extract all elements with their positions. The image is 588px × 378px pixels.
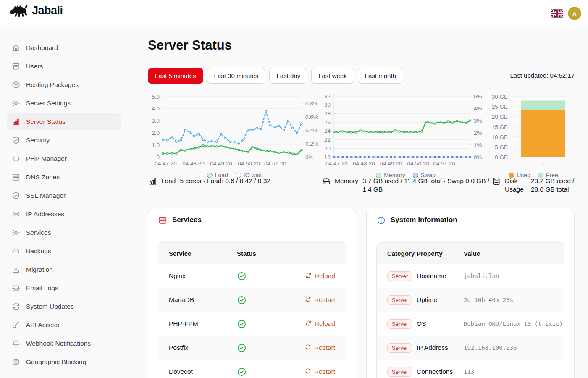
refresh-icon	[12, 302, 20, 311]
svg-text:04:48:20: 04:48:20	[182, 160, 205, 167]
sidebar-item-backups[interactable]: Backups	[7, 243, 121, 260]
svg-text:2.0: 2.0	[152, 130, 160, 136]
load-chart-plot: 5.04.03.02.01.000.8%0.6%0.4%0.2%0%04:47:…	[148, 90, 321, 170]
value-cell: jabali.lan	[464, 273, 564, 279]
system-info-card-header: System Information	[367, 208, 574, 232]
system-row-uptime: ServerUptime2d 10h 40m 28s	[377, 288, 564, 312]
brand-name: Jabali	[32, 4, 63, 17]
svg-text:5.0: 5.0	[152, 94, 160, 100]
sidebar-item-migration[interactable]: Migration	[7, 261, 121, 278]
service-reload-button[interactable]: Reload	[305, 272, 346, 280]
service-action-label: Restart	[314, 368, 335, 375]
stat-memory: Memory3.7 GB used / 11.4 GB total · Swap…	[322, 177, 492, 194]
uk-flag-icon[interactable]	[551, 9, 563, 18]
sidebar-item-system-updates[interactable]: System Updates	[7, 298, 121, 315]
system-info-card: System Information CategoryPropertyValue…	[366, 208, 575, 378]
time-range-last-30-minutes[interactable]: Last 30 minutes	[207, 68, 266, 84]
time-range-last-5-minutes[interactable]: Last 5 minutes	[148, 68, 203, 84]
globe-icon	[12, 358, 20, 366]
hard-drive-icon	[322, 177, 331, 186]
category-badge: Server	[387, 271, 412, 281]
svg-text:04:51:20: 04:51:20	[433, 160, 455, 167]
brand-logo[interactable]: Jabali	[9, 4, 63, 18]
sidebar-item-label: API Access	[26, 321, 59, 329]
code-icon	[12, 155, 20, 163]
shield-check-icon	[12, 136, 20, 144]
server-stack-icon	[158, 216, 167, 225]
system-info-table: CategoryPropertyValue ServerHostnamejaba…	[376, 242, 564, 378]
category-cell: Server	[377, 271, 417, 281]
svg-text:04:49:20: 04:49:20	[380, 160, 402, 167]
sidebar-item-label: Geographic Blocking	[26, 358, 86, 366]
sidebar-item-label: Dashboard	[26, 44, 58, 52]
services-card: Services ServiceStatus NginxReloadMariaD…	[148, 208, 356, 378]
sidebar-item-server-status[interactable]: Server Status	[7, 113, 121, 130]
database-icon	[492, 177, 501, 186]
services-card-header: Services	[148, 208, 356, 232]
svg-text:20 GB: 20 GB	[492, 114, 508, 120]
column-status: Status	[237, 250, 287, 257]
system-row-ip-address: ServerIP Address192.168.100.236	[377, 336, 564, 360]
svg-text:0: 0	[156, 154, 160, 160]
time-range-last-month[interactable]: Last month	[358, 68, 403, 84]
sidebar-item-label: Migration	[26, 266, 53, 273]
sidebar-item-webhook-notifications[interactable]: Webhook Notifications	[7, 335, 121, 352]
svg-text:04:51:20: 04:51:20	[264, 160, 286, 167]
user-avatar[interactable]: A	[568, 7, 581, 20]
sidebar-item-hosting-packages[interactable]: Hosting Packages	[7, 76, 121, 93]
svg-text:2%: 2%	[474, 130, 482, 136]
disk-bar-used	[521, 110, 565, 157]
sidebar-item-php-manager[interactable]: PHP Manager	[7, 150, 121, 167]
bell-icon	[12, 339, 20, 348]
charts-row: 5.04.03.02.01.000.8%0.6%0.4%0.2%0%04:47:…	[148, 90, 575, 177]
service-restart-button[interactable]: Restart	[305, 344, 346, 352]
service-row-nginx: NginxReload	[158, 264, 346, 288]
key-icon	[12, 321, 20, 329]
value-cell: 192.168.100.236	[464, 344, 564, 351]
svg-text:25 GB: 25 GB	[492, 104, 508, 110]
sidebar-item-server-settings[interactable]: Server Settings	[7, 95, 121, 112]
service-name: Nginx	[158, 272, 237, 280]
sidebar-item-ip-addresses[interactable]: IP Addresses	[7, 206, 121, 223]
service-restart-button[interactable]: Restart	[305, 368, 346, 376]
service-name: MariaDB	[158, 296, 237, 304]
property-cell: OS	[417, 320, 464, 328]
sidebar-item-services[interactable]: Services	[7, 224, 121, 241]
svg-text:18: 18	[324, 154, 331, 160]
time-range-last-day[interactable]: Last day	[269, 68, 307, 84]
load-chart: 5.04.03.02.01.000.8%0.6%0.4%0.2%0%04:47:…	[148, 90, 321, 178]
service-status-ok-icon	[237, 343, 262, 353]
sidebar-item-label: Server Status	[26, 118, 66, 126]
sidebar-item-geographic-blocking[interactable]: Geographic Blocking	[7, 354, 121, 370]
service-reload-button[interactable]: Reload	[305, 320, 346, 328]
sidebar-item-email-logs[interactable]: Email Logs	[7, 280, 121, 297]
service-row-postfix: PostfixRestart	[158, 336, 346, 360]
sidebar-item-ssl-manager[interactable]: SSL Manager	[7, 187, 121, 204]
shield-check-icon	[12, 192, 20, 200]
value-cell: 113	[464, 368, 564, 375]
property-cell: Uptime	[417, 296, 464, 304]
column-category: Category	[377, 250, 417, 257]
boar-logo-icon	[9, 4, 29, 18]
service-status-ok-icon	[237, 295, 262, 305]
category-badge: Server	[387, 343, 412, 353]
value-cell: Debian GNU/Linux 13 (trixie)	[464, 320, 564, 327]
time-range-last-week[interactable]: Last week	[311, 68, 354, 84]
gear-icon	[12, 99, 20, 108]
svg-text:3%: 3%	[474, 118, 482, 124]
svg-text:0%: 0%	[474, 154, 482, 160]
stat-value: 23.2 GB used / 28.0 GB total	[531, 177, 575, 194]
svg-text:5 GB: 5 GB	[495, 144, 508, 150]
sidebar-item-api-access[interactable]: API Access	[7, 317, 121, 333]
refresh-icon	[305, 320, 312, 328]
service-restart-button[interactable]: Restart	[305, 296, 346, 304]
sidebar-item-dns-zones[interactable]: DNS Zones	[7, 169, 121, 186]
main-content: Server Status Last 5 minutesLast 30 minu…	[148, 27, 575, 378]
property-cell: Connections	[417, 368, 464, 375]
sidebar-item-dashboard[interactable]: Dashboard	[7, 39, 121, 56]
service-row-php-fpm: PHP-FPMReload	[158, 312, 346, 336]
sidebar-item-security[interactable]: Security	[7, 132, 121, 149]
sidebar-item-users[interactable]: Users	[7, 58, 121, 75]
services-table: ServiceStatus NginxReloadMariaDBRestartP…	[158, 242, 346, 378]
sidebar-item-label: Email Logs	[26, 284, 58, 292]
